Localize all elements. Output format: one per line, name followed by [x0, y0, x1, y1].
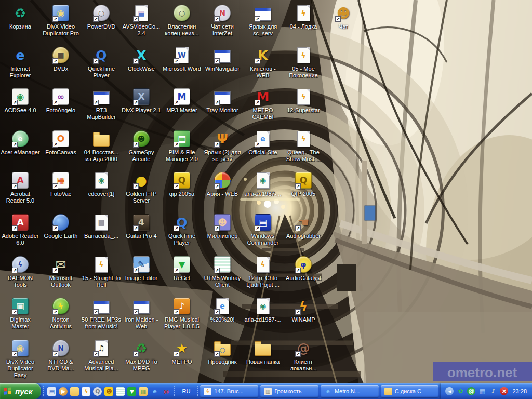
millioner-face-icon[interactable]: ☻↗Миллионер: [203, 214, 242, 240]
guitar-pro4-icon[interactable]: 4↗Guitar Pro 4: [122, 214, 161, 240]
pim-file-manager-icon[interactable]: ▤↗PIM & File Manager 2.0: [162, 130, 202, 163]
volume-speaker-icon[interactable]: ♪: [489, 387, 497, 395]
network-connections-icon[interactable]: ▦: [478, 387, 486, 395]
fotoangelo-icon[interactable]: ∞↗FotoAngelo: [41, 88, 81, 114]
utm5-wintray-icon[interactable]: ↗UTM5 Wintray Client: [203, 256, 242, 288]
icon-image: ↗: [254, 4, 272, 22]
audio-file-icon[interactable]: ϟ12-Superstar: [284, 88, 323, 114]
task-ie-metro[interactable]: eMetro.N...: [321, 385, 379, 397]
ie-document-icon[interactable]: e↗%20%20!: [203, 297, 242, 323]
metro-star-icon[interactable]: ★↗МЕТРО: [162, 339, 202, 365]
gold-keys-icon[interactable]: K↗Кипелов - WEB: [243, 46, 283, 79]
divx-duplicator-pro-icon[interactable]: ◉↗DivX Video Duplicator Pro: [41, 4, 81, 37]
jpg-image-file-icon[interactable]: ◉aria-zd1987-...: [243, 297, 283, 323]
ie-document-icon[interactable]: e↗Official Site: [243, 130, 283, 156]
word-icon[interactable]: W↗Microsoft Word: [162, 46, 202, 72]
sc-serv-window-icon[interactable]: ↗Ярлык для sc_serv: [243, 4, 283, 37]
nti-cd-dvd-icon[interactable]: N↗NTI CD & DVD-Ma...: [41, 339, 81, 372]
audio-file-icon[interactable]: ϟQueen - The Show Must ...: [284, 130, 323, 163]
jpg-image-file-icon[interactable]: ◉cdcover[1]: [82, 171, 121, 197]
internet-explorer-icon[interactable]: eInternet Explorer: [1, 46, 40, 79]
qip-icon[interactable]: Q↗QIP 2005: [284, 171, 323, 197]
mail-at-icon[interactable]: @: [162, 387, 170, 396]
quicktime-icon[interactable]: Q: [93, 387, 102, 396]
snail-shell-icon[interactable]: @↗Клиент локальн...: [284, 339, 323, 372]
golden-ftp-icon[interactable]: ●↗Golden FTP Server: [122, 171, 161, 204]
audio-file-icon[interactable]: ϟ15 - Straight To Hell: [82, 256, 121, 288]
start-button[interactable]: пуск: [0, 383, 41, 399]
divx-player-icon[interactable]: X↗DivX Player 2.1: [122, 88, 161, 114]
quicktime-icon[interactable]: Q↗QuickTime Player: [162, 214, 202, 246]
shared-folder-icon[interactable]: ▥: [139, 387, 148, 396]
tray-monitor-icon[interactable]: ↗Tray Monitor: [203, 88, 242, 114]
winamp-icon[interactable]: ϟ↗WINAMP: [284, 297, 323, 323]
gamespy-arcade-icon[interactable]: ☻↗GameSpy Arcade: [122, 130, 161, 163]
video-disc-icon[interactable]: ○Властелин колец.неиз...: [162, 4, 202, 37]
outlook-icon[interactable]: ✉↗Microsoft Outlook: [41, 256, 81, 288]
windows-commander-floppy-icon[interactable]: ▤↗Windows Commander: [243, 214, 283, 246]
media-player-icon[interactable]: ▶: [59, 387, 68, 396]
quicktime-icon[interactable]: Q↗QuickTime Player: [82, 46, 121, 79]
audio-file-icon[interactable]: ϟ05 - Мое Поколение: [284, 46, 323, 79]
norton-antivirus-icon[interactable]: ϟ↗Norton Antivirus: [41, 297, 81, 330]
sc-serv-antenna-icon[interactable]: Ψ↗Ярлык (2) для sc_serv: [203, 130, 242, 163]
powerdvd-icon[interactable]: ○↗PowerDVD: [82, 4, 121, 30]
fotocanvas-icon[interactable]: O↗FotoCanvas: [41, 130, 81, 156]
windows-ball-icon[interactable]: ↗Ария - WEB: [203, 171, 242, 197]
tray-overflow-chevron-icon[interactable]: ◂: [445, 387, 454, 395]
open-folder-icon: [384, 388, 392, 395]
show-desktop-icon[interactable]: ▤: [47, 387, 56, 396]
adobe-reader6-icon[interactable]: A↗Adobe Reader 6.0: [1, 214, 40, 246]
interzet-chat-icon[interactable]: N↗Чат сети InterZet: [203, 4, 242, 37]
clockwise-hourglass-icon[interactable]: X↗ClockWise: [122, 46, 161, 72]
google-earth-icon[interactable]: ↗Google Earth: [41, 214, 81, 240]
winamp-icon[interactable]: ϟ: [82, 387, 90, 396]
internet-explorer-icon[interactable]: e: [150, 387, 159, 396]
rt3-mapbuilder-icon[interactable]: ↗RT3 MapBuilder: [82, 88, 121, 121]
language-indicator[interactable]: RU: [177, 388, 195, 394]
icq-flower-icon[interactable]: ✿: [456, 387, 464, 395]
audiocatalyst-icon[interactable]: φ↗AudioCatalyst: [284, 256, 323, 282]
utm5-icon[interactable]: [116, 387, 125, 396]
icon-image: ϟ: [254, 256, 272, 273]
explorer-search-folder-icon[interactable]: ○↗Проводник: [203, 339, 242, 365]
reget-icon[interactable]: ▼↗ReGet: [162, 256, 202, 282]
monitor-icon[interactable]: ↗Iron Maiden - Web: [122, 297, 161, 330]
text-file-icon[interactable]: ▤Barracuda_...: [82, 214, 121, 240]
emusic-window-icon[interactable]: ↗50 FREE MP3s from eMusic!: [82, 297, 121, 330]
qip-icon[interactable]: Q↗qip 2005a: [162, 171, 202, 197]
recycle-bin-icon[interactable]: ♻Корзина: [1, 4, 40, 30]
musical-notes-icon[interactable]: ♫↗Advanced Musical Pla...: [82, 339, 121, 372]
security-alert-shield-icon[interactable]: ×: [500, 387, 508, 395]
avs-video-converter-icon[interactable]: ▦↗AVSVideoCo... 2.4: [122, 4, 161, 37]
folder-icon[interactable]: Новая папка: [243, 339, 283, 365]
rmg-player-icon[interactable]: ♪↗RMG Musical Player 1.0.8.5: [162, 297, 202, 330]
jpg-image-file-icon[interactable]: ◉aria-zd1987-...: [243, 171, 283, 197]
audio-file-icon[interactable]: ϟ04 - Лодка: [284, 4, 323, 30]
acrobat-reader5-icon[interactable]: A↗Acrobat Reader 5.0: [1, 171, 40, 204]
icon-image: ○: [173, 4, 191, 22]
digimax-camera-icon[interactable]: ▣↗Digimax Master: [1, 297, 40, 330]
task-winamp-track[interactable]: ϟ147. Bruc...: [200, 385, 258, 397]
dvdx-icon[interactable]: ▦↗DVDx: [41, 46, 81, 72]
acdsee-eye-icon[interactable]: ◉↗ACDSee 4.0: [1, 88, 40, 114]
gamespy-icon[interactable]: ☻: [104, 387, 113, 396]
divx-duplicator-easy-icon[interactable]: ◉↗DivX Video Duplicator Easy: [1, 339, 40, 379]
folder-icon[interactable]: 04-Восстав... из Ада.2000: [82, 130, 121, 163]
qip-at-icon[interactable]: @: [467, 387, 475, 395]
audiograbber-hand-icon[interactable]: ☚↗Audiograbber: [284, 214, 323, 240]
recycle-arrows-icon[interactable]: ♻↗Max DVD To MPEG: [122, 339, 161, 372]
documents-folder-icon[interactable]: [70, 387, 79, 396]
task-volume-control[interactable]: ▥Громкость: [260, 385, 318, 397]
mp3-master-icon[interactable]: M↗MP3 Master: [162, 88, 202, 114]
acer-emanager-icon[interactable]: e↗Acer eManager: [1, 130, 40, 156]
teddy-chat-icon[interactable]: ☻↗Чат: [324, 4, 363, 30]
image-editor-icon[interactable]: ✎↗Image Editor: [122, 256, 161, 282]
daemon-tools-icon[interactable]: ϟ↗DAEMON Tools: [1, 256, 40, 288]
metro-logo-icon[interactable]: M↗МЕТРО СХЕМЫ: [243, 88, 283, 121]
task-folder-disk-c[interactable]: С диска С: [381, 385, 439, 397]
winnavigator-icon[interactable]: ↗WinNavigator: [203, 46, 242, 72]
reget-icon[interactable]: ▼: [127, 387, 136, 396]
audio-file-icon[interactable]: ϟ12 To, Chto Ljudi Pojut ...: [243, 256, 283, 288]
fotovac-icon[interactable]: ▦↗FotoVac: [41, 171, 81, 197]
